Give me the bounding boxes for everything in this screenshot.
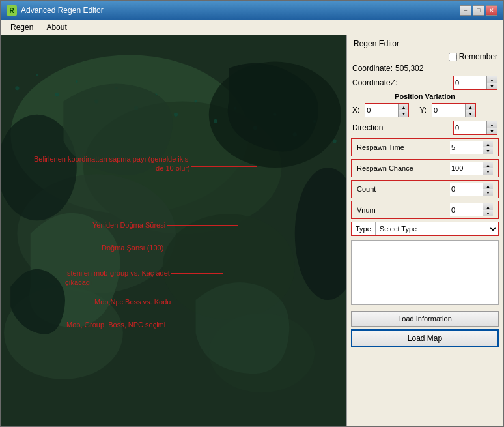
- respawn-chance-spinner[interactable]: ▲ ▼: [450, 162, 493, 175]
- type-select[interactable]: Select Type Mob Group Boss NPC: [375, 222, 498, 235]
- type-label: Type: [352, 225, 375, 233]
- remember-row: Remember: [347, 51, 503, 63]
- y-up-button[interactable]: ▲: [465, 104, 475, 110]
- respawn-chance-label: Respawn Chance: [357, 164, 450, 172]
- bottom-section: Load Information Load Map: [347, 308, 503, 350]
- x-down-button[interactable]: ▼: [398, 110, 408, 117]
- coordinatez-input[interactable]: [454, 76, 486, 89]
- respawn-chance-row: Respawn Chance ▲ ▼: [351, 159, 499, 177]
- respawn-time-row: Respawn Time ▲ ▼: [351, 138, 499, 156]
- info-text-area[interactable]: [352, 241, 498, 304]
- direction-label: Direction: [352, 123, 383, 132]
- menu-item-regen[interactable]: Regen: [4, 22, 40, 33]
- count-up-button[interactable]: ▲: [483, 183, 493, 189]
- direction-spinner[interactable]: ▲ ▼: [453, 121, 497, 135]
- coordinatez-row: CoordinateZ: ▲ ▼: [347, 74, 503, 91]
- svg-point-27: [333, 139, 337, 143]
- coordinatez-spinner[interactable]: ▲ ▼: [453, 76, 497, 90]
- menu-bar: Regen About: [1, 20, 503, 35]
- count-label: Count: [357, 185, 450, 193]
- window-frame: R Advanced Regen Editor − □ ✕ Regen Abou…: [0, 0, 504, 427]
- x-input[interactable]: [365, 104, 398, 117]
- coordinatez-up-button[interactable]: ▲: [486, 76, 497, 83]
- respawn-chance-up-button[interactable]: ▲: [483, 162, 493, 168]
- xy-row: X: ▲ ▼ Y: ▲ ▼: [347, 102, 503, 119]
- coordinate-row: Coordinate: 505,302: [347, 63, 503, 74]
- coordinatez-label: CoordinateZ:: [352, 78, 397, 87]
- load-map-button[interactable]: Load Map: [351, 329, 499, 347]
- direction-up-button[interactable]: ▲: [486, 121, 497, 128]
- x-spinner[interactable]: ▲ ▼: [365, 103, 409, 117]
- svg-point-11: [15, 86, 19, 90]
- menu-item-about[interactable]: About: [40, 22, 73, 33]
- svg-point-20: [194, 100, 197, 102]
- maximize-button[interactable]: □: [473, 5, 484, 16]
- info-text-area-wrapper: [351, 240, 499, 305]
- count-spinner[interactable]: ▲ ▼: [450, 183, 493, 196]
- y-label: Y:: [419, 106, 427, 115]
- coordinate-value: 505,302: [395, 64, 423, 73]
- remember-label: Remember: [459, 52, 497, 61]
- svg-point-21: [214, 119, 217, 123]
- respawn-time-spinner[interactable]: ▲ ▼: [450, 141, 493, 154]
- vnum-up-button[interactable]: ▲: [483, 203, 493, 210]
- count-row: Count ▲ ▼: [351, 180, 499, 198]
- respawn-chance-input[interactable]: [450, 162, 483, 175]
- svg-point-14: [76, 80, 78, 83]
- svg-point-13: [55, 93, 59, 96]
- vnum-label: Vnum: [357, 206, 450, 214]
- panel-title: Regen Editor: [347, 35, 503, 51]
- direction-down-button[interactable]: ▼: [486, 128, 497, 134]
- annotation-type: Mob, Group, Boss, NPC seçimi: [66, 321, 219, 329]
- vnum-spinner[interactable]: ▲ ▼: [450, 203, 493, 216]
- type-row[interactable]: Type Select Type Mob Group Boss NPC: [351, 222, 499, 236]
- title-bar: R Advanced Regen Editor − □ ✕: [1, 1, 503, 20]
- respawn-time-up-button[interactable]: ▲: [483, 141, 493, 147]
- app-icon: R: [7, 5, 17, 16]
- right-panel: Regen Editor Remember Coordinate: 505,30…: [346, 35, 503, 426]
- y-down-button[interactable]: ▼: [465, 110, 475, 117]
- position-variation-title: Position Variation: [347, 91, 503, 102]
- annotation-count: İstenilen mob-group vs. Kaç adet çıkacağ…: [65, 269, 223, 287]
- load-information-button[interactable]: Load Information: [351, 311, 499, 327]
- x-up-button[interactable]: ▲: [398, 104, 408, 110]
- coordinate-label: Coordinate:: [352, 64, 393, 73]
- title-bar-buttons: − □ ✕: [460, 5, 497, 16]
- coordinatez-spin-buttons: ▲ ▼: [486, 76, 497, 89]
- respawn-time-input[interactable]: [450, 141, 483, 154]
- window-title: Advanced Regen Editor: [21, 6, 460, 15]
- vnum-row: Vnum ▲ ▼: [351, 201, 499, 219]
- main-content: Belirlenen koordinattan sapma payı (gene…: [1, 35, 503, 426]
- x-label: X:: [352, 106, 359, 115]
- annotation-respawn-chance: Doğma Şansı (100): [102, 244, 236, 252]
- y-spinner[interactable]: ▲ ▼: [432, 103, 476, 117]
- respawn-time-label: Respawn Time: [357, 143, 450, 151]
- respawn-chance-down-button[interactable]: ▼: [483, 168, 493, 175]
- count-down-button[interactable]: ▼: [483, 189, 493, 196]
- y-input[interactable]: [432, 104, 465, 117]
- respawn-time-down-button[interactable]: ▼: [483, 147, 493, 154]
- annotation-vnum: Mob,Npc,Boss vs. Kodu: [94, 298, 244, 306]
- vnum-down-button[interactable]: ▼: [483, 210, 493, 216]
- direction-row: Direction ▲ ▼: [347, 119, 503, 137]
- map-svg: [1, 35, 346, 426]
- remember-checkbox[interactable]: [449, 53, 457, 61]
- svg-point-19: [174, 113, 178, 117]
- svg-point-12: [36, 74, 38, 76]
- close-button[interactable]: ✕: [486, 5, 497, 16]
- count-input[interactable]: [450, 183, 483, 196]
- annotation-position-variation: Belirlenen koordinattan sapma payı (gene…: [34, 155, 257, 173]
- map-area[interactable]: Belirlenen koordinattan sapma payı (gene…: [1, 35, 346, 426]
- minimize-button[interactable]: −: [460, 5, 471, 16]
- app-icon-text: R: [9, 7, 14, 14]
- vnum-input[interactable]: [450, 203, 483, 216]
- direction-input[interactable]: [454, 121, 486, 134]
- coordinatez-down-button[interactable]: ▼: [486, 83, 497, 89]
- annotation-respawn-time: Yeniden Doğma Süresi: [92, 221, 238, 229]
